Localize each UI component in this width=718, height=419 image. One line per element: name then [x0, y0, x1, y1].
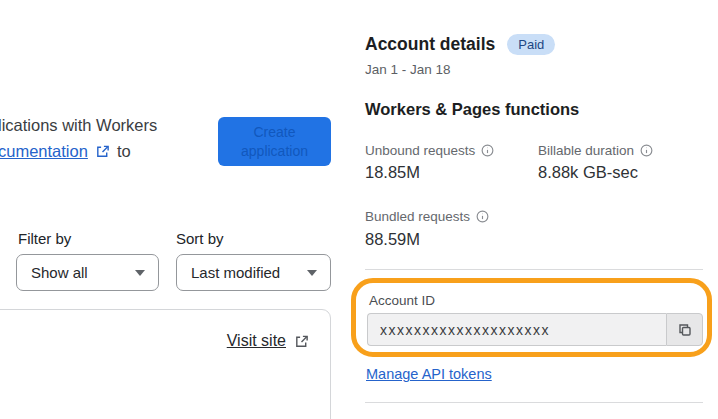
visit-site-row: Visit site	[227, 332, 309, 350]
account-details-title: Account details	[365, 34, 495, 55]
filter-select[interactable]: Show all	[16, 254, 159, 291]
filter-by-label: Filter by	[18, 230, 71, 247]
chevron-down-icon	[135, 270, 145, 276]
intro-text-line1: lications with Workers	[0, 116, 157, 135]
info-icon[interactable]	[481, 144, 494, 157]
external-link-icon	[95, 144, 110, 159]
filter-selected-value: Show all	[31, 264, 88, 281]
intro-text-line2: cumentation to	[0, 142, 131, 161]
external-link-icon	[294, 334, 309, 349]
stat-label-billable-duration: Billable duration	[538, 143, 653, 158]
account-id-field-group	[367, 313, 703, 346]
stat-label-text: Billable duration	[538, 143, 634, 158]
workers-pages-dashboard: lications with Workers cumentation to Cr…	[0, 0, 718, 419]
documentation-link[interactable]: cumentation	[0, 142, 88, 161]
stat-value-billable-duration: 8.88k GB-sec	[538, 163, 638, 182]
account-details-header: Account details Paid	[365, 34, 555, 55]
divider	[365, 402, 703, 403]
date-range: Jan 1 - Jan 18	[365, 62, 451, 77]
manage-api-tokens-link[interactable]: Manage API tokens	[366, 366, 492, 382]
info-icon[interactable]	[476, 210, 489, 223]
create-application-button[interactable]: Create application	[218, 117, 331, 166]
sort-by-label: Sort by	[176, 230, 224, 247]
divider	[365, 269, 703, 270]
info-icon[interactable]	[640, 144, 653, 157]
visit-site-link[interactable]: Visit site	[227, 332, 286, 350]
stat-label-text: Bundled requests	[365, 209, 470, 224]
site-card: Visit site	[0, 309, 331, 419]
account-id-label: Account ID	[369, 293, 435, 308]
workers-pages-functions-title: Workers & Pages functions	[365, 100, 579, 119]
chevron-down-icon	[307, 270, 317, 276]
sort-select[interactable]: Last modified	[176, 254, 331, 291]
stat-value-unbound-requests: 18.85M	[365, 163, 420, 182]
intro-text-after-link: to	[117, 142, 131, 161]
account-id-input[interactable]	[367, 313, 666, 346]
stat-label-text: Unbound requests	[365, 143, 475, 158]
sort-selected-value: Last modified	[191, 264, 280, 281]
copy-account-id-button[interactable]	[666, 313, 703, 346]
stat-value-bundled-requests: 88.59M	[365, 230, 420, 249]
copy-icon	[677, 322, 693, 338]
stat-label-bundled-requests: Bundled requests	[365, 209, 489, 224]
paid-badge: Paid	[507, 34, 555, 55]
stat-label-unbound-requests: Unbound requests	[365, 143, 494, 158]
